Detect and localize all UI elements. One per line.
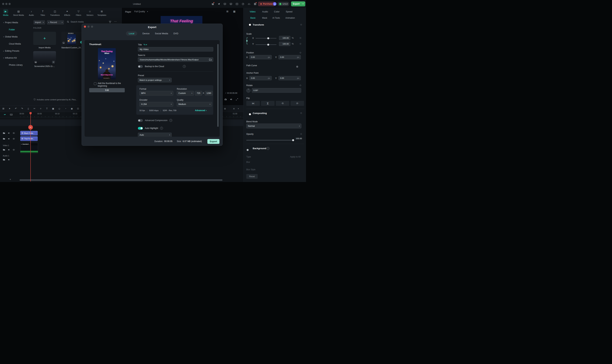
tab-effects[interactable]: ✦Effects [63, 9, 71, 16]
track-mute-icon[interactable] [8, 138, 10, 140]
subtab-animation[interactable]: Animation [286, 17, 295, 19]
auto-ripple-icon[interactable] [3, 113, 6, 116]
keyframe-diamond-icon[interactable]: ◇ [299, 84, 301, 87]
tab-media[interactable]: ▶Media [2, 9, 10, 16]
apps-grid-icon[interactable] [254, 3, 257, 5]
rotate-right-button[interactable]: ⟳ [291, 101, 304, 106]
tab-stock-media[interactable]: ▤Stock Media [13, 9, 24, 16]
position-y-value[interactable]: 0.00px [278, 55, 301, 59]
format-dropdown[interactable]: MP4▾ [139, 91, 173, 95]
performance-icon[interactable] [242, 3, 244, 5]
record-button[interactable]: ●Record▾ [47, 20, 64, 25]
import-button[interactable]: Import▾ [33, 20, 45, 25]
select-pointer-icon[interactable]: ➤ [8, 107, 12, 110]
gift-icon[interactable] [211, 3, 214, 5]
subtab-ai-tools[interactable]: AI Tools [272, 17, 280, 19]
tab-local[interactable]: Local [126, 31, 137, 36]
flip-horizontal-button[interactable]: ⋈ [246, 101, 260, 106]
export-button-topbar[interactable]: Export ▾ [291, 1, 305, 6]
backup-cloud-toggle[interactable] [138, 65, 143, 68]
quality-dropdown[interactable]: Medium▾ [177, 102, 212, 106]
scale-x-slider[interactable] [256, 38, 276, 39]
sidebar-item-global-media[interactable]: ▾Global Media [3, 36, 18, 38]
opacity-value[interactable]: 100.00 [296, 137, 302, 140]
device-preview-icon[interactable] [230, 3, 232, 5]
subtab-mask[interactable]: Mask [262, 17, 267, 19]
resolution-dropdown[interactable]: Custom▾ [177, 91, 194, 95]
snapshot-icon[interactable] [224, 98, 227, 101]
zoom-add-icon[interactable]: + [10, 178, 11, 181]
export-confirm-button[interactable]: Export [207, 139, 219, 144]
add-to-timeline-button[interactable]: + [52, 61, 55, 64]
tab-audio[interactable]: Audio [262, 10, 268, 13]
export-dropdown-chevron-icon[interactable]: ▾ [301, 3, 303, 5]
ai-rename-icon[interactable]: ✎AI [143, 43, 147, 46]
media-item-screenshot[interactable]: + [33, 51, 56, 64]
tab-video[interactable]: Video [250, 10, 256, 13]
tutorials-icon[interactable] [236, 3, 238, 5]
track-mute-icon[interactable] [8, 149, 10, 151]
player-quality-dropdown[interactable]: Full Quality ▾ [134, 10, 148, 13]
track-hide-icon[interactable] [13, 132, 15, 134]
scale-y-value[interactable]: 100.00 [279, 42, 290, 46]
playhead[interactable] [30, 112, 31, 182]
position-x-value[interactable]: 0.00px [249, 55, 272, 59]
tab-audio[interactable]: ♪Audio [27, 9, 35, 16]
tab-device[interactable]: Device [143, 32, 150, 35]
thumbnail-checkbox[interactable] [94, 82, 96, 85]
player-background-icon[interactable]: ▦ [233, 10, 235, 13]
more-options-icon[interactable]: ⋯ [114, 20, 117, 23]
avatar[interactable] [273, 2, 276, 6]
window-minimize-button[interactable] [5, 3, 7, 5]
scale-link-icon[interactable] [246, 37, 248, 44]
browse-folder-icon[interactable] [209, 58, 212, 61]
sidebar-item-project-media[interactable]: ▾Project Media [3, 21, 18, 24]
track-lock-icon[interactable] [3, 138, 5, 140]
tab-titles[interactable]: TTitles [39, 9, 47, 16]
thumbnail-preview[interactable]: That Feeling When Black Friday Arrives G… [98, 48, 116, 79]
timeline-clip-black-friday[interactable]: T Black Frida... [20, 131, 38, 135]
scale-y-slider[interactable] [256, 44, 276, 45]
tab-transitions[interactable]: ◫Transitions [50, 9, 60, 16]
slider-knob[interactable] [267, 37, 269, 39]
opacity-slider[interactable] [246, 140, 294, 141]
reset-button[interactable]: Reset [246, 174, 258, 179]
filter-icon[interactable] [109, 21, 111, 23]
undo-icon[interactable]: ↶ [14, 107, 18, 110]
backup-help-icon[interactable]: ? [183, 65, 186, 68]
background-help-icon[interactable]: ? [267, 147, 269, 150]
track-lock-icon[interactable] [3, 158, 5, 161]
add-text-icon[interactable]: T [45, 107, 49, 110]
keyframe-diamond-icon[interactable]: ◇ [299, 51, 301, 54]
keyframe-diamond-icon[interactable]: ◇ [299, 42, 301, 45]
render-preview-icon[interactable]: ⊡ [76, 107, 80, 110]
send-icon[interactable] [218, 3, 220, 5]
redo-icon[interactable]: ↷ [20, 107, 24, 110]
advanced-compression-toggle[interactable] [138, 119, 143, 122]
blend-mode-dropdown[interactable]: Normal▾ [246, 124, 301, 128]
auto-highlight-toggle[interactable] [138, 127, 143, 130]
slider-knob[interactable] [267, 44, 269, 46]
track-mute-icon[interactable] [8, 158, 10, 161]
track-hide-icon[interactable] [13, 149, 15, 151]
track-lock-icon[interactable] [3, 149, 5, 151]
purchase-button[interactable]: ♛ Purchase [258, 2, 275, 6]
slider-knob[interactable] [292, 139, 294, 141]
preset-dropdown[interactable]: Match to project settings▾ [138, 78, 172, 82]
tab-color[interactable]: Color [274, 10, 280, 13]
timeline-clip-that-feeling[interactable]: T That Feelin... [20, 136, 38, 141]
scale-x-value[interactable]: 100.00 [279, 36, 290, 40]
chroma-key-icon[interactable]: ◉ [70, 107, 74, 110]
resolution-width-input[interactable]: 720 [195, 91, 202, 95]
advanced-settings-link[interactable]: Advanced › [195, 109, 207, 112]
delete-icon[interactable]: ▯ [26, 107, 30, 110]
sidebar-item-photos-library[interactable]: Photos Library [9, 64, 23, 66]
encoder-dropdown[interactable]: H.264▾ [139, 102, 173, 106]
keyframe-tool-icon[interactable]: ◇ [57, 107, 61, 110]
add-track-icon[interactable]: ⊕ [223, 107, 227, 110]
player-layout-icon[interactable]: ⊞ [226, 10, 229, 13]
keyframe-diamond-icon[interactable]: ◇ [300, 112, 302, 114]
crop-icon[interactable]: ⌗ [39, 107, 43, 110]
media-item-standard-custom[interactable]: 00:00:0 ✓ [61, 32, 84, 45]
timeline-hscrollbar[interactable] [20, 179, 222, 181]
